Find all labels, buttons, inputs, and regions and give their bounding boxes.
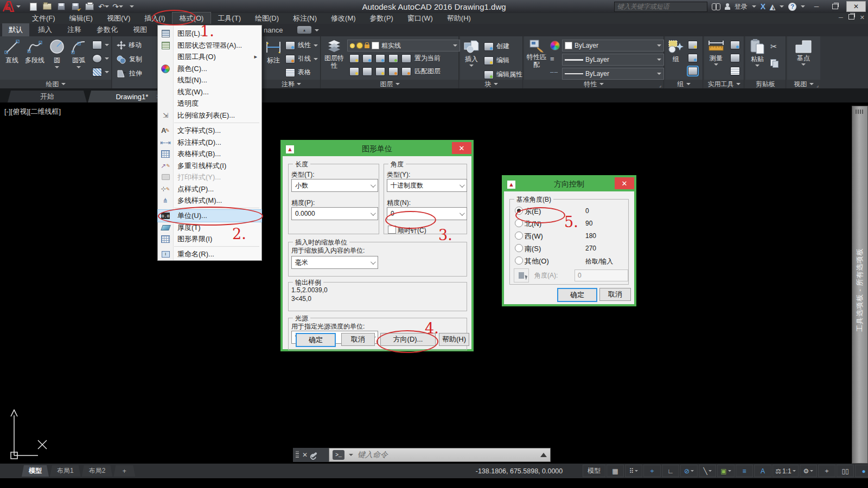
search-input[interactable] [614, 2, 707, 12]
a360-icon[interactable]: ◭ [770, 3, 775, 11]
paste-dropdown-icon[interactable] [755, 65, 760, 67]
south-radio[interactable] [515, 244, 523, 252]
linear-dropdown-icon[interactable] [314, 44, 318, 47]
osnap-dropdown-icon[interactable] [728, 470, 731, 472]
ungroup-icon[interactable] [688, 54, 698, 62]
minimize-button[interactable]: ─ [809, 2, 824, 11]
polar-tracking-button[interactable]: ⊘ [680, 465, 698, 477]
layer-on-all-icon[interactable] [349, 67, 359, 76]
units-dialog-titlebar[interactable]: ▲ 图形单位 ✕ [283, 142, 471, 156]
leader-button[interactable]: 引线 [285, 54, 318, 63]
create-block-button[interactable]: 创建 [484, 42, 509, 51]
layer-freeze-icon[interactable] [375, 54, 385, 63]
file-tab-start[interactable]: 开始 [8, 91, 87, 102]
edit-block-button[interactable]: 编辑 [484, 56, 509, 65]
other-label[interactable]: 其他(O) [525, 256, 549, 266]
menu-edit[interactable]: 编辑(E) [62, 12, 100, 24]
hatch-dropdown-icon[interactable] [105, 71, 109, 73]
ribbon-tab-performance-fragment[interactable]: nance [264, 26, 283, 34]
leader-dropdown-icon[interactable] [314, 58, 318, 60]
direction-dialog-close-button[interactable]: ✕ [615, 177, 634, 189]
menu-window[interactable]: 窗口(W) [400, 12, 440, 24]
exchange-apps-icon[interactable]: X [761, 2, 765, 11]
signin-label[interactable]: 登录 [735, 2, 748, 11]
move-button[interactable]: 移动 [117, 41, 142, 50]
direction-dialog-titlebar[interactable]: ▲ 方向控制 ✕ [504, 177, 634, 191]
isodraft-dropdown-icon[interactable] [709, 470, 712, 472]
model-space-button[interactable]: 模型 [583, 465, 605, 477]
menu-help[interactable]: 帮助(H) [440, 12, 478, 24]
copy-clip-icon[interactable] [770, 59, 778, 67]
lineweight-select[interactable]: ByLayer [562, 54, 664, 66]
copy-button[interactable]: 复制 [117, 55, 142, 64]
menu-draw[interactable]: 绘图(D) [248, 12, 286, 24]
quick-select-icon[interactable] [730, 41, 740, 49]
dimension-button[interactable]: 标注 [264, 38, 283, 65]
base-view-button[interactable]: 基点 [792, 40, 815, 66]
restore-button[interactable] [828, 2, 842, 11]
lineweight-display-button[interactable]: ≡ [736, 465, 753, 477]
workspace-dropdown-icon[interactable] [810, 470, 813, 472]
menu-item-layer-states[interactable]: 图层状态管理器(A)... [158, 40, 261, 51]
arc-dropdown-icon[interactable] [76, 66, 81, 68]
angle-type-select[interactable]: 十进制度数 [387, 179, 467, 192]
command-close-icon[interactable]: ✕ [302, 451, 308, 459]
length-type-select[interactable]: 小数 [291, 179, 378, 192]
arc-button[interactable]: 圆弧 [68, 38, 89, 68]
menu-view[interactable]: 视图(V) [100, 12, 137, 24]
ribbon-tab-parametric[interactable]: 参数化 [90, 23, 124, 36]
snap-mode-button[interactable]: ⠿ [625, 465, 642, 477]
model-tab[interactable]: 模型 [22, 465, 49, 477]
command-tools-icon[interactable] [311, 452, 317, 458]
layer-properties-button[interactable]: 图层特性 [323, 38, 345, 70]
linetype-dropdown-icon[interactable] [657, 73, 661, 75]
layout1-tab[interactable]: 布局1 [50, 465, 81, 477]
panel-draw-footer[interactable]: 绘图 [0, 80, 111, 88]
menu-tools[interactable]: 工具(T) [210, 12, 248, 24]
dynamic-input-button[interactable]: ＋ [643, 465, 661, 477]
measure-dropdown-icon[interactable] [714, 63, 718, 66]
group-selection-toggle-icon[interactable] [688, 67, 698, 75]
direction-ok-button[interactable]: 确定 [557, 288, 597, 302]
lineweight-dropdown-icon[interactable] [657, 59, 661, 61]
panel-view-footer[interactable]: 视图 ⌟ [787, 80, 820, 88]
polar-dropdown-icon[interactable] [691, 470, 694, 472]
view-launcher-icon[interactable]: ⌟ [816, 82, 819, 88]
plot-icon[interactable] [85, 2, 94, 11]
polyline-button[interactable]: 多段线 [23, 38, 47, 65]
panel-groups-footer[interactable]: 组 [665, 80, 703, 88]
close-button[interactable]: ✕ [846, 1, 866, 12]
stretch-button[interactable]: 拉伸 [117, 69, 142, 78]
match-layer-label[interactable]: 匹配图层 [414, 67, 441, 76]
ellipse-button[interactable] [92, 54, 109, 63]
paste-button[interactable]: 粘贴 [746, 38, 768, 67]
ribbon-tab-view[interactable]: 视图 [126, 23, 154, 36]
set-current-label[interactable]: 置为当前 [414, 54, 441, 63]
logo-dropdown-icon[interactable] [16, 5, 21, 8]
menu-modify[interactable]: 修改(M) [324, 12, 363, 24]
open-file-icon[interactable] [42, 2, 52, 11]
table-button[interactable]: 表格 [285, 68, 311, 77]
ortho-mode-button[interactable]: ∟ [662, 465, 679, 477]
isolate-objects-button[interactable]: ● [855, 465, 868, 477]
command-prompt-icon[interactable]: >_ [333, 450, 344, 460]
redo-icon[interactable]: ↷ [113, 2, 123, 11]
menu-item-mleader-style[interactable]: ↗✎ 多重引线样式(I) [158, 160, 261, 171]
units-ok-button[interactable]: 确定 [296, 333, 336, 347]
lineweight-list-icon[interactable]: ≡ [550, 55, 554, 63]
annotation-scale-button[interactable]: ⚖ 1:1 [773, 465, 799, 477]
west-label[interactable]: 西(W) [525, 232, 543, 241]
rectangle-button[interactable] [92, 41, 109, 49]
menu-file[interactable]: 文件(F) [25, 12, 62, 24]
menu-item-text-style[interactable]: A✎ 文字样式(S)... [158, 125, 261, 136]
quick-properties-button[interactable]: ▯▯ [837, 465, 854, 477]
point-style-tool-icon[interactable] [730, 54, 740, 62]
doc-restore-icon[interactable] [848, 14, 854, 21]
command-grip-icon[interactable] [296, 451, 299, 459]
insert-dropdown-icon[interactable] [469, 65, 474, 67]
other-radio[interactable] [515, 256, 523, 265]
scale-dropdown-icon[interactable] [793, 470, 796, 472]
properties-launcher-icon[interactable]: ⌟ [659, 82, 661, 88]
undo-icon[interactable]: ↶ [99, 2, 108, 11]
menu-item-lineweight[interactable]: 线宽(W)... [158, 86, 261, 98]
